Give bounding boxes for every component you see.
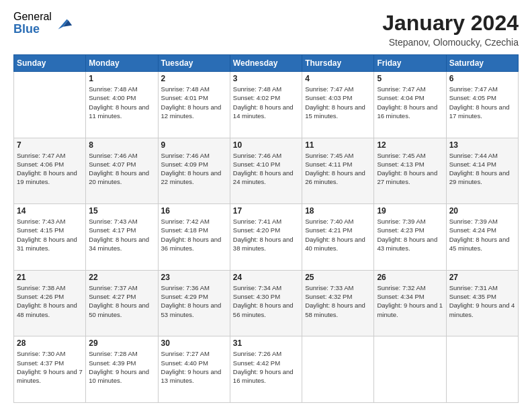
table-row: 8Sunrise: 7:46 AMSunset: 4:07 PMDaylight… (86, 138, 158, 204)
day-number: 3 (233, 74, 299, 83)
day-number: 30 (161, 338, 227, 348)
day-number: 22 (89, 273, 154, 282)
table-row (302, 336, 374, 403)
day-number: 19 (377, 206, 443, 216)
day-number: 31 (233, 338, 299, 348)
calendar-page: General Blue January 2024 Stepanov, Olom… (0, 0, 532, 411)
table-row: 30Sunrise: 7:27 AMSunset: 4:40 PMDayligh… (158, 336, 230, 403)
day-info: Sunrise: 7:46 AMSunset: 4:09 PMDaylight:… (161, 151, 227, 187)
day-number: 12 (377, 140, 443, 150)
table-row: 2Sunrise: 7:48 AMSunset: 4:01 PMDaylight… (158, 72, 230, 138)
day-info: Sunrise: 7:33 AMSunset: 4:32 PMDaylight:… (305, 283, 371, 319)
day-number: 9 (161, 140, 227, 150)
table-row: 17Sunrise: 7:41 AMSunset: 4:20 PMDayligh… (230, 204, 302, 271)
table-row: 1Sunrise: 7:48 AMSunset: 4:00 PMDaylight… (86, 72, 158, 138)
table-row: 27Sunrise: 7:31 AMSunset: 4:35 PMDayligh… (446, 270, 518, 336)
day-info: Sunrise: 7:31 AMSunset: 4:35 PMDaylight:… (449, 283, 515, 319)
day-number: 11 (305, 140, 371, 150)
header-sunday: Sunday (14, 55, 86, 72)
table-row: 29Sunrise: 7:28 AMSunset: 4:39 PMDayligh… (86, 336, 158, 403)
table-row: 7Sunrise: 7:47 AMSunset: 4:06 PMDaylight… (14, 138, 86, 204)
day-number: 6 (449, 74, 515, 83)
day-number: 25 (305, 273, 371, 282)
day-number: 17 (233, 206, 299, 216)
day-info: Sunrise: 7:39 AMSunset: 4:24 PMDaylight:… (449, 217, 515, 253)
header-monday: Monday (86, 55, 158, 72)
day-info: Sunrise: 7:47 AMSunset: 4:04 PMDaylight:… (377, 85, 443, 120)
day-number: 16 (161, 206, 227, 216)
day-info: Sunrise: 7:43 AMSunset: 4:17 PMDaylight:… (89, 217, 154, 253)
table-row: 6Sunrise: 7:47 AMSunset: 4:05 PMDaylight… (446, 72, 518, 138)
table-row: 10Sunrise: 7:46 AMSunset: 4:10 PMDayligh… (230, 138, 302, 204)
day-info: Sunrise: 7:43 AMSunset: 4:15 PMDaylight:… (17, 217, 83, 253)
header: General Blue January 2024 Stepanov, Olom… (13, 11, 519, 48)
day-info: Sunrise: 7:41 AMSunset: 4:20 PMDaylight:… (233, 217, 299, 253)
day-info: Sunrise: 7:45 AMSunset: 4:13 PMDaylight:… (377, 151, 443, 187)
day-number: 10 (233, 140, 299, 150)
header-tuesday: Tuesday (158, 55, 230, 72)
table-row: 28Sunrise: 7:30 AMSunset: 4:37 PMDayligh… (14, 336, 86, 403)
day-info: Sunrise: 7:39 AMSunset: 4:23 PMDaylight:… (377, 217, 443, 253)
table-row: 4Sunrise: 7:47 AMSunset: 4:03 PMDaylight… (302, 72, 374, 138)
day-info: Sunrise: 7:47 AMSunset: 4:06 PMDaylight:… (17, 151, 83, 187)
day-info: Sunrise: 7:48 AMSunset: 4:02 PMDaylight:… (233, 85, 299, 120)
day-info: Sunrise: 7:38 AMSunset: 4:26 PMDaylight:… (17, 283, 83, 319)
day-info: Sunrise: 7:42 AMSunset: 4:18 PMDaylight:… (161, 217, 227, 253)
day-number: 26 (377, 273, 443, 282)
table-row: 23Sunrise: 7:36 AMSunset: 4:29 PMDayligh… (158, 270, 230, 336)
table-row: 24Sunrise: 7:34 AMSunset: 4:30 PMDayligh… (230, 270, 302, 336)
day-number: 23 (161, 273, 227, 282)
table-row: 15Sunrise: 7:43 AMSunset: 4:17 PMDayligh… (86, 204, 158, 271)
header-friday: Friday (374, 55, 446, 72)
header-saturday: Saturday (446, 55, 518, 72)
day-number: 8 (89, 140, 154, 150)
table-row (374, 336, 446, 403)
day-number: 2 (161, 74, 227, 83)
header-wednesday: Wednesday (230, 55, 302, 72)
day-info: Sunrise: 7:26 AMSunset: 4:42 PMDaylight:… (233, 349, 299, 385)
table-row: 11Sunrise: 7:45 AMSunset: 4:11 PMDayligh… (302, 138, 374, 204)
day-info: Sunrise: 7:47 AMSunset: 4:03 PMDaylight:… (305, 85, 371, 120)
table-row: 9Sunrise: 7:46 AMSunset: 4:09 PMDaylight… (158, 138, 230, 204)
day-info: Sunrise: 7:40 AMSunset: 4:21 PMDaylight:… (305, 217, 371, 253)
table-row: 14Sunrise: 7:43 AMSunset: 4:15 PMDayligh… (14, 204, 86, 271)
day-info: Sunrise: 7:47 AMSunset: 4:05 PMDaylight:… (449, 85, 515, 120)
day-info: Sunrise: 7:48 AMSunset: 4:00 PMDaylight:… (89, 85, 154, 120)
day-number: 15 (89, 206, 154, 216)
day-number: 7 (17, 140, 83, 150)
day-number: 20 (449, 206, 515, 216)
title-block: January 2024 Stepanov, Olomoucky, Czechi… (382, 11, 519, 48)
weekday-header-row: Sunday Monday Tuesday Wednesday Thursday… (14, 55, 519, 72)
day-number: 13 (449, 140, 515, 150)
day-info: Sunrise: 7:44 AMSunset: 4:14 PMDaylight:… (449, 151, 515, 187)
month-title: January 2024 (382, 11, 519, 36)
day-info: Sunrise: 7:36 AMSunset: 4:29 PMDaylight:… (161, 283, 227, 319)
table-row: 21Sunrise: 7:38 AMSunset: 4:26 PMDayligh… (14, 270, 86, 336)
day-info: Sunrise: 7:28 AMSunset: 4:39 PMDaylight:… (89, 349, 154, 385)
header-thursday: Thursday (302, 55, 374, 72)
table-row: 18Sunrise: 7:40 AMSunset: 4:21 PMDayligh… (302, 204, 374, 271)
day-info: Sunrise: 7:27 AMSunset: 4:40 PMDaylight:… (161, 349, 227, 385)
logo-general: General (13, 11, 52, 23)
table-row (14, 72, 86, 138)
table-row: 16Sunrise: 7:42 AMSunset: 4:18 PMDayligh… (158, 204, 230, 271)
table-row: 22Sunrise: 7:37 AMSunset: 4:27 PMDayligh… (86, 270, 158, 336)
location-subtitle: Stepanov, Olomoucky, Czechia (382, 37, 519, 48)
day-info: Sunrise: 7:34 AMSunset: 4:30 PMDaylight:… (233, 283, 299, 319)
day-info: Sunrise: 7:30 AMSunset: 4:37 PMDaylight:… (17, 349, 83, 385)
logo-blue: Blue (13, 23, 52, 36)
day-number: 5 (377, 74, 443, 83)
day-info: Sunrise: 7:37 AMSunset: 4:27 PMDaylight:… (89, 283, 154, 319)
table-row: 19Sunrise: 7:39 AMSunset: 4:23 PMDayligh… (374, 204, 446, 271)
day-number: 27 (449, 273, 515, 282)
day-number: 14 (17, 206, 83, 216)
day-info: Sunrise: 7:45 AMSunset: 4:11 PMDaylight:… (305, 151, 371, 187)
table-row: 25Sunrise: 7:33 AMSunset: 4:32 PMDayligh… (302, 270, 374, 336)
day-number: 28 (17, 338, 83, 348)
table-row: 26Sunrise: 7:32 AMSunset: 4:34 PMDayligh… (374, 270, 446, 336)
calendar-table: Sunday Monday Tuesday Wednesday Thursday… (13, 54, 519, 403)
day-info: Sunrise: 7:46 AMSunset: 4:10 PMDaylight:… (233, 151, 299, 187)
day-number: 1 (89, 74, 154, 83)
day-number: 29 (89, 338, 154, 348)
table-row: 5Sunrise: 7:47 AMSunset: 4:04 PMDaylight… (374, 72, 446, 138)
